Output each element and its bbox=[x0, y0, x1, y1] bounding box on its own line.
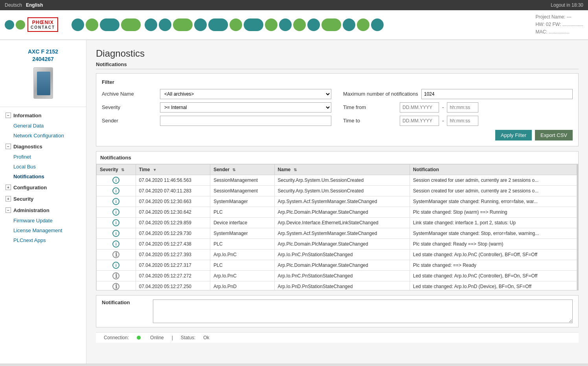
hw-label: HW: 02 bbox=[535, 22, 551, 27]
table-row[interactable]: i07.04.2020 05:12:29.859Device interface… bbox=[97, 217, 577, 228]
sender-input[interactable] bbox=[160, 116, 331, 126]
table-row[interactable]: i07.04.2020 05:12:29.730SystemManagerArp… bbox=[97, 228, 577, 238]
toggle-administration[interactable]: − bbox=[6, 207, 11, 213]
cell-sender: Device interface bbox=[210, 217, 274, 228]
hc-17 bbox=[343, 18, 355, 31]
toggle-diagnostics[interactable]: − bbox=[6, 144, 11, 149]
cell-name: Arp.Io.PnD.PnStationStateChanged bbox=[274, 281, 410, 290]
sidebar-section-header-security[interactable]: + Security bbox=[0, 194, 86, 204]
time-to-label: Time to bbox=[343, 118, 398, 124]
content: Diagnostics Notifications Filter Archive… bbox=[86, 40, 588, 364]
cell-time: 07.04.2020 05:12:27.272 bbox=[136, 270, 210, 281]
cell-notification: Session created for user admin, currentl… bbox=[410, 185, 577, 196]
max-notif-label: Maximum number of notifications bbox=[343, 91, 418, 97]
toggle-information[interactable]: − bbox=[6, 113, 11, 118]
cell-notification: Led state changed: Arp.Io.PnD (Device), … bbox=[410, 281, 577, 290]
col-notification: Notification bbox=[410, 164, 577, 175]
sidebar-item-notifications[interactable]: Notifications bbox=[0, 172, 86, 181]
col-time[interactable]: Time ▼ bbox=[136, 164, 210, 175]
logout-text: Logout in 18:30 bbox=[551, 2, 583, 8]
archive-name-select[interactable]: <All archives> bbox=[160, 89, 331, 99]
notification-detail-box: Notification bbox=[96, 295, 579, 327]
cell-time: 07.04.2020 05:12:30.642 bbox=[136, 207, 210, 217]
project-label: Project Name: bbox=[535, 14, 565, 20]
table-row[interactable]: i07.04.2020 05:12:30.642PLCArp.Plc.Domai… bbox=[97, 207, 577, 217]
filter-box: Filter Archive Name <All archives> Sever… bbox=[96, 73, 579, 146]
cell-sender: Arp.Io.PnC bbox=[210, 270, 274, 281]
hc-8 bbox=[194, 18, 207, 31]
hc-4 bbox=[121, 18, 141, 31]
time-from-time-input[interactable] bbox=[447, 102, 478, 113]
hc-15 bbox=[307, 18, 320, 31]
sidebar-item-firmware-update[interactable]: Firmware Update bbox=[0, 216, 86, 226]
table-row[interactable]: i07.04.2020 05:12:27.317PLCArp.Plc.Domai… bbox=[97, 260, 577, 270]
cell-severity: i bbox=[97, 217, 136, 228]
cell-notification: Session created for user admin, currentl… bbox=[410, 175, 577, 185]
time-to-time-input[interactable] bbox=[447, 116, 478, 126]
cell-sender: Arp.Io.PnD bbox=[210, 281, 274, 290]
hc-11 bbox=[244, 18, 263, 31]
page-title: Diagnostics bbox=[96, 48, 579, 59]
max-notif-input[interactable] bbox=[421, 89, 573, 99]
sidebar-section-header-diagnostics[interactable]: − Diagnostics bbox=[0, 141, 86, 152]
sidebar-item-local-bus[interactable]: Local Bus bbox=[0, 162, 86, 172]
header-circles-right bbox=[145, 18, 531, 31]
table-row[interactable]: ℹ07.04.2020 05:12:27.250Arp.Io.PnDArp.Io… bbox=[97, 281, 577, 290]
info-icon: i bbox=[112, 230, 119, 237]
table-row[interactable]: i07.04.2020 05:12:27.438PLCArp.Plc.Domai… bbox=[97, 238, 577, 249]
time-to-date-input[interactable] bbox=[400, 116, 439, 126]
cell-name: Arp.Io.PnC.PnStationStateChanged bbox=[274, 249, 410, 260]
cell-sender: SessionManagement bbox=[210, 175, 274, 185]
time-from-date-input[interactable] bbox=[400, 102, 439, 113]
info-icon: i bbox=[112, 209, 119, 216]
cell-name: Arp.Io.PnC.PnStationStateChanged bbox=[274, 270, 410, 281]
table-row[interactable]: ℹ07.04.2020 05:12:27.393Arp.Io.PnCArp.Io… bbox=[97, 249, 577, 260]
col-severity[interactable]: Severity ⇅ bbox=[97, 164, 136, 175]
cell-severity: i bbox=[97, 228, 136, 238]
toggle-security[interactable]: + bbox=[6, 196, 11, 201]
apply-filter-button[interactable]: Apply Filter bbox=[495, 130, 532, 140]
warning-icon: ℹ bbox=[112, 272, 119, 279]
cell-name: Arp.Device.Interface.EthernetLinkStateCh… bbox=[274, 217, 410, 228]
export-csv-button[interactable]: Export CSV bbox=[535, 130, 573, 140]
table-row[interactable]: i07.04.2020 11:46:56.563SessionManagemen… bbox=[97, 175, 577, 185]
notification-detail-textarea[interactable] bbox=[153, 299, 573, 323]
table-row[interactable]: i07.04.2020 05:12:30.663SystemManagerArp… bbox=[97, 196, 577, 207]
sidebar-section-diagnostics: − Diagnostics Profinet Local Bus Notific… bbox=[0, 141, 86, 181]
max-notif-row: Maximum number of notifications bbox=[343, 89, 573, 99]
cell-name: Arp.Plc.Domain.PlcManager.StateChanged bbox=[274, 238, 410, 249]
hc-9 bbox=[208, 18, 228, 31]
sidebar-section-header-information[interactable]: − Information bbox=[0, 110, 86, 121]
language-selector[interactable]: Deutsch English bbox=[5, 2, 43, 8]
col-name[interactable]: Name ⇅ bbox=[274, 164, 410, 175]
section-label-diagnostics: Diagnostics bbox=[13, 144, 42, 150]
filter-grid: Archive Name <All archives> Severity >= … bbox=[102, 89, 573, 126]
sidebar-item-general-data[interactable]: General Data bbox=[0, 121, 86, 131]
lang-en[interactable]: English bbox=[26, 2, 43, 8]
device-image bbox=[33, 67, 53, 99]
sidebar-item-plcnext-apps[interactable]: PLCnext Apps bbox=[0, 235, 86, 245]
col-sender[interactable]: Sender ⇅ bbox=[210, 164, 274, 175]
table-row[interactable]: ℹ07.04.2020 05:12:27.272Arp.Io.PnCArp.Io… bbox=[97, 270, 577, 281]
table-scroll-container[interactable]: Severity ⇅ Time ▼ Sender ⇅ Name ⇅ Notifi… bbox=[96, 164, 578, 290]
sidebar-section-header-configuration[interactable]: + Configuration bbox=[0, 182, 86, 193]
cell-time: 07.04.2020 05:12:27.317 bbox=[136, 260, 210, 270]
toggle-configuration[interactable]: + bbox=[6, 185, 11, 190]
table-row[interactable]: i07.04.2020 07:40:11.283SessionManagemen… bbox=[97, 185, 577, 196]
cell-time: 07.04.2020 07:40:11.283 bbox=[136, 185, 210, 196]
severity-select[interactable]: >= Internal>= Warning>= Error bbox=[160, 102, 331, 113]
notifications-section-title: Notifications bbox=[96, 61, 579, 69]
lang-de[interactable]: Deutsch bbox=[5, 2, 22, 8]
connection-dot bbox=[137, 336, 141, 340]
info-icon: i bbox=[112, 187, 119, 194]
mac-value: ................ bbox=[549, 29, 570, 35]
sort-sender-icon: ⇅ bbox=[232, 168, 235, 172]
sender-label: Sender bbox=[102, 118, 157, 124]
sort-name-icon: ⇅ bbox=[294, 168, 297, 172]
sidebar-section-header-administration[interactable]: − Administration bbox=[0, 205, 86, 216]
hc-18 bbox=[357, 18, 369, 31]
cell-severity: ℹ bbox=[97, 249, 136, 260]
sidebar-item-network-configuration[interactable]: Network Configuration bbox=[0, 131, 86, 140]
sidebar-item-license-management[interactable]: License Management bbox=[0, 226, 86, 235]
sidebar-item-profinet[interactable]: Profinet bbox=[0, 152, 86, 162]
